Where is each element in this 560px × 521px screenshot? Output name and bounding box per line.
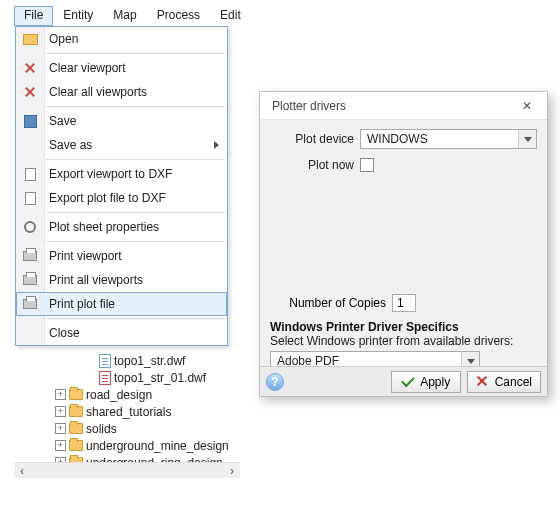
horizontal-scrollbar[interactable]: ‹ › xyxy=(14,462,240,478)
project-tree: topo1_str.dwf topo1_str_01.dwf + road_de… xyxy=(55,352,235,471)
file-menu-print-plot-file[interactable]: Print plot file xyxy=(16,292,227,316)
file-menu-print-viewport[interactable]: Print viewport xyxy=(16,244,227,268)
menu-entity[interactable]: Entity xyxy=(53,6,103,26)
tree-spacer xyxy=(85,372,96,383)
scroll-right-icon[interactable]: › xyxy=(224,463,240,479)
printer-section-title: Windows Printer Driver Specifics xyxy=(270,320,537,334)
cancel-icon xyxy=(476,375,490,389)
properties-icon xyxy=(22,219,38,235)
cancel-button[interactable]: Cancel xyxy=(467,371,541,393)
menu-separator xyxy=(46,53,225,54)
printer-section-subtitle: Select Windows printer from available dr… xyxy=(270,334,537,348)
file-menu-label: Export plot file to DXF xyxy=(49,191,166,205)
expand-icon[interactable]: + xyxy=(55,423,66,434)
file-menu-label: Save as xyxy=(49,138,92,152)
file-menu-label: Close xyxy=(49,326,80,340)
menu-map[interactable]: Map xyxy=(103,6,146,26)
plot-now-label: Plot now xyxy=(270,158,360,172)
help-button[interactable]: ? xyxy=(266,373,284,391)
apply-button[interactable]: Apply xyxy=(391,371,461,393)
folder-icon xyxy=(69,389,83,400)
tree-spacer xyxy=(85,355,96,366)
print-viewport-icon xyxy=(22,248,38,264)
file-menu-save-as[interactable]: Save as xyxy=(16,133,227,157)
file-menu-label: Clear all viewports xyxy=(49,85,147,99)
dialog-title: Plotter drivers xyxy=(272,99,346,113)
tree-folder-label: road_design xyxy=(86,388,152,402)
tree-folder-row[interactable]: + solids xyxy=(55,420,235,437)
menu-separator xyxy=(46,159,225,160)
menu-separator xyxy=(46,241,225,242)
tree-file-label: topo1_str.dwf xyxy=(114,354,185,368)
file-menu-label: Save xyxy=(49,114,76,128)
check-icon xyxy=(401,375,415,389)
menu-separator xyxy=(46,106,225,107)
chevron-down-icon[interactable] xyxy=(518,130,536,148)
folder-icon xyxy=(69,440,83,451)
dialog-close-button[interactable]: ✕ xyxy=(513,95,541,117)
copies-input[interactable]: 1 xyxy=(392,294,416,312)
file-menu-label: Plot sheet properties xyxy=(49,220,159,234)
menu-separator xyxy=(46,318,225,319)
expand-icon[interactable]: + xyxy=(55,406,66,417)
menu-process[interactable]: Process xyxy=(147,6,210,26)
menu-separator xyxy=(46,212,225,213)
file-menu-close[interactable]: Close xyxy=(16,321,227,345)
tree-file-label: topo1_str_01.dwf xyxy=(114,371,206,385)
copies-value: 1 xyxy=(397,296,404,310)
save-icon xyxy=(22,113,38,129)
copies-label: Number of Copies xyxy=(270,296,392,310)
plot-device-select[interactable]: WINDOWS xyxy=(360,129,537,149)
file-menu-label: Clear viewport xyxy=(49,61,126,75)
file-menu-clear-viewport[interactable]: Clear viewport xyxy=(16,56,227,80)
file-menu-label: Print all viewports xyxy=(49,273,143,287)
plot-device-row: Plot device WINDOWS xyxy=(270,128,537,150)
file-menu-save[interactable]: Save xyxy=(16,109,227,133)
file-menu-label: Export viewport to DXF xyxy=(49,167,172,181)
tree-folder-row[interactable]: + road_design xyxy=(55,386,235,403)
plot-now-checkbox[interactable] xyxy=(360,158,374,172)
export-viewport-icon xyxy=(22,166,38,182)
file-icon xyxy=(99,354,111,368)
file-menu-print-all-viewports[interactable]: Print all viewports xyxy=(16,268,227,292)
file-menu-export-viewport-dxf[interactable]: Export viewport to DXF xyxy=(16,162,227,186)
menu-file[interactable]: File xyxy=(14,6,53,26)
menu-edit[interactable]: Edit xyxy=(210,6,251,26)
tree-file-row[interactable]: topo1_str_01.dwf xyxy=(55,369,235,386)
file-menu-label: Print viewport xyxy=(49,249,122,263)
help-icon: ? xyxy=(271,375,278,389)
tree-folder-row[interactable]: + underground_mine_design xyxy=(55,437,235,454)
file-menu-label: Print plot file xyxy=(49,297,115,311)
file-menu-dropdown: Open Clear viewport Clear all viewports … xyxy=(15,26,228,346)
tree-folder-label: underground_mine_design xyxy=(86,439,229,453)
tree-folder-label: solids xyxy=(86,422,117,436)
file-menu-plot-sheet-properties[interactable]: Plot sheet properties xyxy=(16,215,227,239)
plot-device-label: Plot device xyxy=(270,132,360,146)
file-menu-export-plotfile-dxf[interactable]: Export plot file to DXF xyxy=(16,186,227,210)
close-icon: ✕ xyxy=(522,99,532,113)
dialog-button-bar: ? Apply Cancel xyxy=(260,366,547,396)
clear-viewport-icon xyxy=(22,60,38,76)
clear-all-viewports-icon xyxy=(22,84,38,100)
plotter-drivers-dialog: Plotter drivers ✕ Plot device WINDOWS Pl… xyxy=(259,91,548,397)
file-menu-label: Open xyxy=(49,32,78,46)
tree-folder-row[interactable]: + shared_tutorials xyxy=(55,403,235,420)
folder-icon xyxy=(69,423,83,434)
tree-folder-label: shared_tutorials xyxy=(86,405,171,419)
open-icon xyxy=(22,31,38,47)
plot-device-value: WINDOWS xyxy=(367,132,428,146)
plot-now-row: Plot now xyxy=(270,154,537,176)
expand-icon[interactable]: + xyxy=(55,389,66,400)
tree-file-row[interactable]: topo1_str.dwf xyxy=(55,352,235,369)
scroll-left-icon[interactable]: ‹ xyxy=(14,463,30,479)
apply-label: Apply xyxy=(420,375,450,389)
export-plotfile-icon xyxy=(22,190,38,206)
expand-icon[interactable]: + xyxy=(55,440,66,451)
file-icon xyxy=(99,371,111,385)
print-plot-file-icon xyxy=(22,296,38,312)
print-all-viewports-icon xyxy=(22,272,38,288)
file-menu-open[interactable]: Open xyxy=(16,27,227,51)
folder-icon xyxy=(69,406,83,417)
file-menu-clear-all-viewports[interactable]: Clear all viewports xyxy=(16,80,227,104)
cancel-label: Cancel xyxy=(495,375,532,389)
